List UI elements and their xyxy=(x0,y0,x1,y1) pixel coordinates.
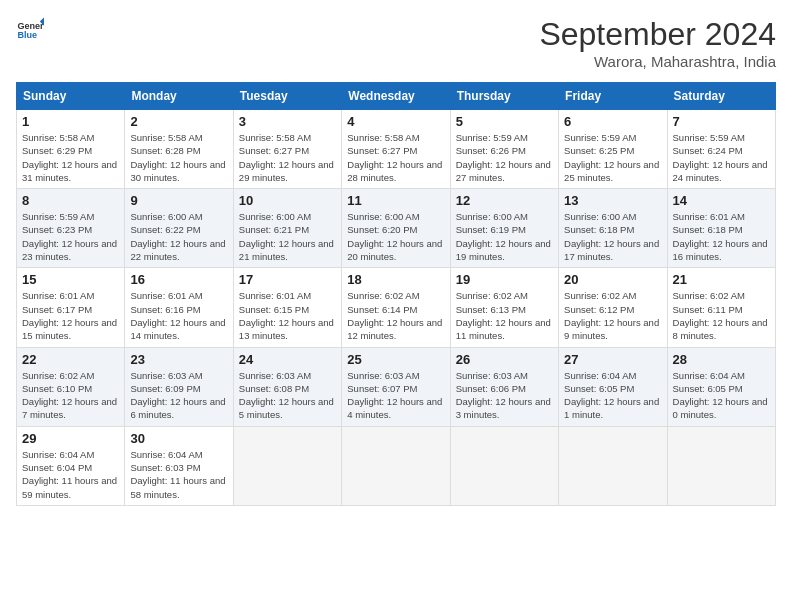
page-header: General Blue September 2024 Warora, Maha… xyxy=(16,16,776,70)
table-row: 3 Sunrise: 5:58 AMSunset: 6:27 PMDayligh… xyxy=(233,110,341,189)
logo-icon: General Blue xyxy=(16,16,44,44)
table-row: 29 Sunrise: 6:04 AMSunset: 6:04 PMDaylig… xyxy=(17,426,125,505)
empty-cell xyxy=(667,426,775,505)
empty-cell xyxy=(233,426,341,505)
table-row: 6 Sunrise: 5:59 AMSunset: 6:25 PMDayligh… xyxy=(559,110,667,189)
table-row: 2 Sunrise: 5:58 AMSunset: 6:28 PMDayligh… xyxy=(125,110,233,189)
header-tuesday: Tuesday xyxy=(233,83,341,110)
table-row: 5 Sunrise: 5:59 AMSunset: 6:26 PMDayligh… xyxy=(450,110,558,189)
calendar-table: Sunday Monday Tuesday Wednesday Thursday… xyxy=(16,82,776,506)
table-row: 28 Sunrise: 6:04 AMSunset: 6:05 PMDaylig… xyxy=(667,347,775,426)
table-row: 18 Sunrise: 6:02 AMSunset: 6:14 PMDaylig… xyxy=(342,268,450,347)
svg-text:General: General xyxy=(17,21,44,31)
table-row: 1 Sunrise: 5:58 AMSunset: 6:29 PMDayligh… xyxy=(17,110,125,189)
table-row: 10 Sunrise: 6:00 AMSunset: 6:21 PMDaylig… xyxy=(233,189,341,268)
table-row: 26 Sunrise: 6:03 AMSunset: 6:06 PMDaylig… xyxy=(450,347,558,426)
table-row: 9 Sunrise: 6:00 AMSunset: 6:22 PMDayligh… xyxy=(125,189,233,268)
title-block: September 2024 Warora, Maharashtra, Indi… xyxy=(539,16,776,70)
table-row: 15 Sunrise: 6:01 AMSunset: 6:17 PMDaylig… xyxy=(17,268,125,347)
table-row: 7 Sunrise: 5:59 AMSunset: 6:24 PMDayligh… xyxy=(667,110,775,189)
header-monday: Monday xyxy=(125,83,233,110)
header-thursday: Thursday xyxy=(450,83,558,110)
table-row: 13 Sunrise: 6:00 AMSunset: 6:18 PMDaylig… xyxy=(559,189,667,268)
table-row: 25 Sunrise: 6:03 AMSunset: 6:07 PMDaylig… xyxy=(342,347,450,426)
table-row: 12 Sunrise: 6:00 AMSunset: 6:19 PMDaylig… xyxy=(450,189,558,268)
table-row: 19 Sunrise: 6:02 AMSunset: 6:13 PMDaylig… xyxy=(450,268,558,347)
header-sunday: Sunday xyxy=(17,83,125,110)
table-row: 11 Sunrise: 6:00 AMSunset: 6:20 PMDaylig… xyxy=(342,189,450,268)
empty-cell xyxy=(559,426,667,505)
table-row: 16 Sunrise: 6:01 AMSunset: 6:16 PMDaylig… xyxy=(125,268,233,347)
table-row: 17 Sunrise: 6:01 AMSunset: 6:15 PMDaylig… xyxy=(233,268,341,347)
svg-text:Blue: Blue xyxy=(17,30,37,40)
table-row: 4 Sunrise: 5:58 AMSunset: 6:27 PMDayligh… xyxy=(342,110,450,189)
table-row: 20 Sunrise: 6:02 AMSunset: 6:12 PMDaylig… xyxy=(559,268,667,347)
table-row: 24 Sunrise: 6:03 AMSunset: 6:08 PMDaylig… xyxy=(233,347,341,426)
month-title: September 2024 xyxy=(539,16,776,53)
table-row: 23 Sunrise: 6:03 AMSunset: 6:09 PMDaylig… xyxy=(125,347,233,426)
logo: General Blue xyxy=(16,16,44,44)
table-row: 21 Sunrise: 6:02 AMSunset: 6:11 PMDaylig… xyxy=(667,268,775,347)
table-row: 22 Sunrise: 6:02 AMSunset: 6:10 PMDaylig… xyxy=(17,347,125,426)
table-row: 14 Sunrise: 6:01 AMSunset: 6:18 PMDaylig… xyxy=(667,189,775,268)
location-title: Warora, Maharashtra, India xyxy=(539,53,776,70)
table-row: 8 Sunrise: 5:59 AMSunset: 6:23 PMDayligh… xyxy=(17,189,125,268)
table-row: 27 Sunrise: 6:04 AMSunset: 6:05 PMDaylig… xyxy=(559,347,667,426)
empty-cell xyxy=(450,426,558,505)
empty-cell xyxy=(342,426,450,505)
header-saturday: Saturday xyxy=(667,83,775,110)
header-friday: Friday xyxy=(559,83,667,110)
header-row: Sunday Monday Tuesday Wednesday Thursday… xyxy=(17,83,776,110)
header-wednesday: Wednesday xyxy=(342,83,450,110)
table-row: 30 Sunrise: 6:04 AMSunset: 6:03 PMDaylig… xyxy=(125,426,233,505)
